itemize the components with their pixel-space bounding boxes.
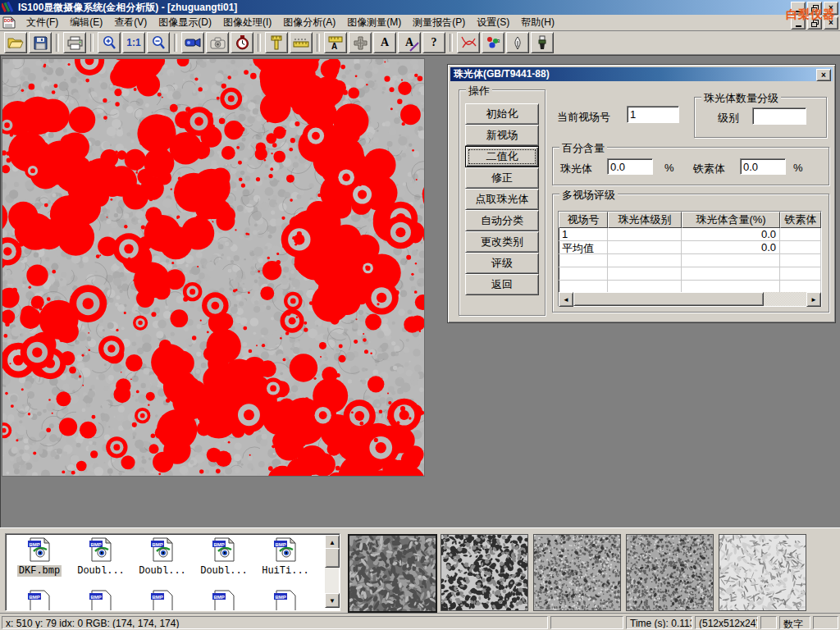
toolbar: 1:1 A A A xyxy=(0,31,840,55)
col-header-field: 视场号 xyxy=(559,212,608,228)
menu-item-settings[interactable]: 设置(S) xyxy=(471,14,515,31)
table-row[interactable]: 平均值 0.0 xyxy=(559,241,821,254)
thumbnail-4[interactable] xyxy=(626,534,714,611)
open-file-button[interactable] xyxy=(4,32,27,53)
child-restore-button[interactable] xyxy=(807,16,822,30)
specimen-image[interactable] xyxy=(2,58,425,477)
restore-button[interactable] xyxy=(807,2,822,15)
ferrite-input[interactable] xyxy=(740,158,786,175)
count-points-icon: 3 xyxy=(486,36,500,49)
file-item[interactable]: BMP xyxy=(132,590,193,611)
dialog-close-icon: × xyxy=(821,71,826,79)
bmp-file-icon: BMP xyxy=(150,537,175,562)
close-button[interactable]: × xyxy=(824,2,838,15)
menu-item-view[interactable]: 查看(V) xyxy=(108,14,153,31)
file-list-scrollbar[interactable]: ▲ ▼ xyxy=(325,535,339,608)
scroll-thumb[interactable] xyxy=(325,548,340,568)
thumbnail-1[interactable] xyxy=(348,534,437,613)
scroll-right-button[interactable]: ► xyxy=(806,292,821,307)
file-item[interactable]: BMP Doubl... xyxy=(132,537,193,577)
scroll-down-button[interactable]: ▼ xyxy=(325,593,340,608)
menu-item-image-measure[interactable]: 图像测量(M) xyxy=(341,14,407,31)
text-button[interactable]: A xyxy=(373,32,396,53)
menu-item-image-analysis[interactable]: 图像分析(A) xyxy=(277,14,341,31)
col-header-ferrite: 铁素体 xyxy=(780,212,821,228)
table-row[interactable] xyxy=(559,267,821,281)
help-button[interactable]: ? xyxy=(422,32,445,53)
brush-button[interactable] xyxy=(531,32,554,53)
menu-item-file[interactable]: 文件(F) xyxy=(21,14,64,31)
file-item[interactable]: BMP xyxy=(71,590,131,611)
pan-cross-icon xyxy=(354,36,368,50)
new-field-button[interactable]: 新视场 xyxy=(465,125,539,146)
menu-item-image-display[interactable]: 图像显示(D) xyxy=(153,14,217,31)
menu-item-measure-report[interactable]: 测量报告(P) xyxy=(407,14,471,31)
initialize-button[interactable]: 初始化 xyxy=(465,103,539,125)
menu-item-help[interactable]: 帮助(H) xyxy=(515,14,560,31)
file-item[interactable]: BMP HuiTi... xyxy=(255,537,316,577)
change-class-button[interactable]: 更改类别 xyxy=(465,231,539,253)
cell-grade xyxy=(608,228,682,241)
rate-button[interactable]: 评级 xyxy=(465,253,539,274)
zoom-out-button[interactable] xyxy=(147,32,170,53)
pick-pearlite-button[interactable]: 点取珠光体 xyxy=(465,189,539,210)
file-item[interactable]: BMP xyxy=(194,590,254,611)
correct-button[interactable]: 修正 xyxy=(465,167,539,189)
toolbar-separator xyxy=(56,34,59,52)
table-horizontal-scrollbar[interactable]: ◄ ► xyxy=(559,292,821,306)
thumbnail-5[interactable] xyxy=(719,534,806,611)
video-camera-button[interactable] xyxy=(181,32,204,53)
table-row[interactable]: 1 0.0 xyxy=(559,228,821,241)
actual-size-icon: 1:1 xyxy=(126,37,140,48)
binarize-button[interactable]: 二值化 xyxy=(465,146,539,167)
timer-button[interactable] xyxy=(231,32,253,53)
bmp-file-icon: BMP xyxy=(273,590,298,611)
auto-classify-button[interactable]: 自动分类 xyxy=(465,210,539,231)
dialog-close-button[interactable]: × xyxy=(816,69,831,81)
file-item[interactable]: BMP Doubl... xyxy=(194,537,254,577)
dialog-title-bar[interactable]: 珠光体(GB/T9441-88) xyxy=(450,67,833,81)
file-item[interactable]: BMP Doubl... xyxy=(71,537,131,577)
thumbnail-2[interactable] xyxy=(441,534,528,611)
pen-button[interactable] xyxy=(506,32,529,53)
file-item[interactable]: BMP xyxy=(9,590,70,611)
text-angle-button[interactable]: A xyxy=(398,32,421,53)
toolbar-separator xyxy=(317,34,320,52)
scroll-track[interactable] xyxy=(573,292,806,306)
level-input[interactable] xyxy=(752,107,806,125)
scroll-left-button[interactable]: ◄ xyxy=(559,292,573,307)
current-field-input[interactable] xyxy=(627,106,679,123)
zoom-out-icon xyxy=(151,35,166,50)
snapshot-camera-button[interactable] xyxy=(206,32,229,53)
ruler-button[interactable] xyxy=(290,32,313,53)
save-button[interactable] xyxy=(29,32,52,53)
file-item[interactable]: BMP DKF.bmp xyxy=(9,537,70,577)
svg-text:BMP: BMP xyxy=(153,542,163,547)
return-button[interactable]: 返回 xyxy=(465,274,539,295)
child-close-button[interactable]: × xyxy=(824,16,838,30)
caliper-button[interactable] xyxy=(265,32,288,53)
video-camera-icon xyxy=(185,37,201,48)
zoom-in-button[interactable] xyxy=(98,32,121,53)
zoom-in-icon xyxy=(102,35,116,50)
file-item[interactable]: BMP xyxy=(255,590,316,611)
status-bar: x: 510 y: 79 idx: 0 RGB: (174, 174, 174)… xyxy=(0,613,840,630)
child-minimize-button[interactable] xyxy=(791,16,806,30)
status-empty-2 xyxy=(760,616,777,629)
scroll-thumb[interactable] xyxy=(573,292,764,306)
curve-tool-button[interactable] xyxy=(457,32,480,53)
pearlite-input[interactable] xyxy=(607,158,653,175)
actual-size-button[interactable]: 1:1 xyxy=(122,32,145,53)
pan-cross-button[interactable] xyxy=(349,32,372,53)
measure-text-button[interactable]: A xyxy=(324,32,347,53)
dialog-title: 珠光体(GB/T9441-88) xyxy=(454,67,550,81)
menu-item-image-process[interactable]: 图像处理(I) xyxy=(217,14,277,31)
count-points-button[interactable]: 3 xyxy=(482,32,504,53)
status-time: Time (s): 0.113 xyxy=(626,616,692,629)
minimize-button[interactable] xyxy=(791,2,806,15)
menu-item-edit[interactable]: 编辑(E) xyxy=(64,14,108,31)
table-row[interactable] xyxy=(559,254,821,267)
print-button[interactable] xyxy=(63,32,86,53)
thumbnail-3[interactable] xyxy=(533,534,621,611)
file-name: Doubl... xyxy=(137,565,188,577)
